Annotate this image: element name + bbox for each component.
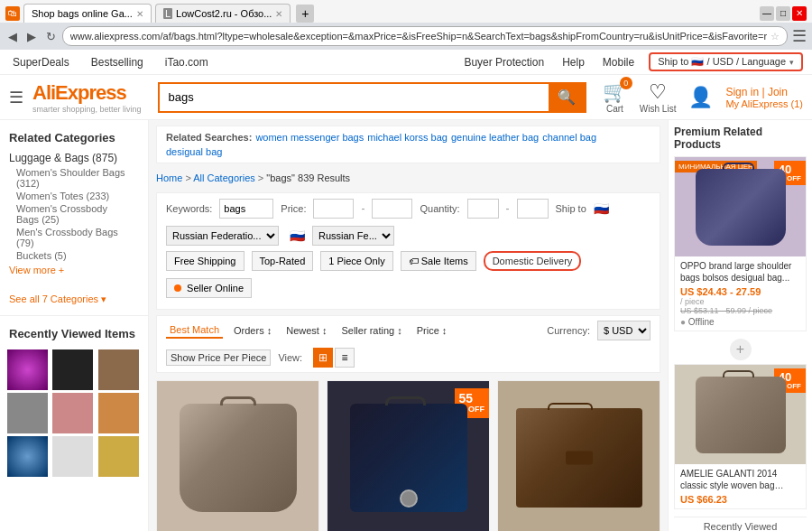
rv-item-5[interactable] <box>52 393 93 433</box>
price-max-input[interactable] <box>372 199 412 219</box>
minimize-button[interactable]: — <box>760 6 774 21</box>
seller-online-button[interactable]: Seller Online <box>166 278 252 298</box>
rv-item-9[interactable] <box>98 436 139 477</box>
premium-info-2: AMELIE GALANTI 2014 classic style woven … <box>675 464 806 508</box>
itao-menu[interactable]: iTao.com <box>161 56 212 69</box>
location-select[interactable]: Russian Fe... <box>312 226 394 246</box>
close-button[interactable]: ✕ <box>792 6 807 21</box>
browser-tab-2[interactable]: L LowCost2.ru - Обзо... ✕ <box>155 4 291 23</box>
rs-link-1[interactable]: women messenger bags <box>255 132 364 143</box>
refresh-button[interactable]: ↻ <box>43 26 59 46</box>
bag-shape-3 <box>516 408 642 508</box>
tab2-close[interactable]: ✕ <box>275 9 282 19</box>
cart-label: Cart <box>606 104 623 114</box>
address-text: www.aliexpress.com/af/bags.html?ltype=wh… <box>70 31 767 42</box>
browser-tab-1[interactable]: Shop bags online Ga... ✕ <box>23 4 152 23</box>
rv-item-3[interactable] <box>98 349 139 390</box>
seller-online-label: Seller Online <box>187 283 244 293</box>
super-deals-menu[interactable]: SuperDeals <box>9 56 73 69</box>
back-button[interactable]: ◀ <box>5 26 21 46</box>
domestic-delivery-button[interactable]: Domestic Delivery <box>484 251 582 271</box>
premium-status-1: ● Offline <box>680 317 800 327</box>
browser-menu-button[interactable]: ☰ <box>791 26 807 46</box>
bestselling-menu[interactable]: Bestselling <box>88 56 147 69</box>
ship-to-button[interactable]: Ship to 🇷🇺 / USD / Language ▾ <box>649 52 803 71</box>
window-controls: — □ ✕ <box>760 6 807 21</box>
top-rated-button[interactable]: Top-Rated <box>252 251 314 271</box>
breadcrumb-home[interactable]: Home <box>156 172 182 183</box>
grid-view-button[interactable]: ⊞ <box>313 348 333 368</box>
search-bar: 🔍 <box>158 82 586 113</box>
rv-item-2[interactable] <box>52 349 93 390</box>
search-button[interactable]: 🔍 <box>549 84 585 111</box>
sort-newest[interactable]: Newest ↕ <box>282 323 330 338</box>
cart-icon-area[interactable]: 🛒 0 Cart <box>603 80 627 114</box>
rs-link-5[interactable]: desigual bag <box>166 146 222 157</box>
sort-price[interactable]: Price ↕ <box>413 323 451 338</box>
sort-seller-rating[interactable]: Seller rating ↕ <box>337 323 405 338</box>
free-shipping-button[interactable]: Free Shipping <box>166 251 245 271</box>
sort-orders[interactable]: Orders ↕ <box>230 323 275 338</box>
rs-link-4[interactable]: channel bag <box>542 132 596 143</box>
premium-product-2[interactable]: 40 % OFF AMELIE GALANTI 2014 classic sty… <box>674 364 807 509</box>
hamburger-menu[interactable]: ☰ <box>9 88 23 107</box>
rv-item-4[interactable] <box>7 393 48 433</box>
currency-select[interactable]: $ USD <box>597 321 651 340</box>
show-price-per-piece-button[interactable]: Show Price Per Piece <box>166 349 271 366</box>
tab2-label: LowCost2.ru - Обзо... <box>176 8 272 19</box>
user-icon-area[interactable]: 👤 <box>688 86 713 109</box>
price-separator: - <box>361 202 364 215</box>
maximize-button[interactable]: □ <box>776 6 790 21</box>
rs-link-3[interactable]: genuine leather bag <box>451 132 539 143</box>
location-flag: 🇷🇺 <box>290 228 305 243</box>
logo-tagline: smarter shopping, better living <box>32 105 142 114</box>
quantity-min-input[interactable] <box>467 199 499 219</box>
mobile-menu[interactable]: Mobile <box>599 56 638 69</box>
view-more-button[interactable]: View more + <box>0 262 148 278</box>
rv-item-1[interactable] <box>7 349 48 390</box>
recently-viewed-tab[interactable]: Recently Viewed <box>674 517 807 531</box>
online-dot-icon <box>174 284 181 292</box>
ship-to-select[interactable]: Russian Federatio... <box>166 226 279 246</box>
my-aliexpress-link[interactable]: My AliExpress (1) <box>725 98 803 109</box>
quantity-max-input[interactable] <box>517 199 549 219</box>
rs-link-2[interactable]: michael korss bag <box>367 132 448 143</box>
sign-in-area[interactable]: Sign in | Join My AliExpress (1) <box>725 86 803 109</box>
tab1-close[interactable]: ✕ <box>136 9 143 19</box>
premium-product-1[interactable]: МИНИМАЛЬНАЯ ЦЕН 40 % OFF OPPO brand larg… <box>674 156 807 331</box>
sort-best-match[interactable]: Best Match <box>166 322 223 339</box>
product-card-2[interactable]: 55 % OFF Domestic Delivery Return Guaran… <box>327 380 490 531</box>
rv-item-6[interactable] <box>98 393 139 433</box>
premium-price-2: US $66.23 <box>680 494 800 505</box>
help-menu[interactable]: Help <box>558 56 588 69</box>
wishlist-icon-area[interactable]: ♡ Wish List <box>640 80 677 114</box>
sidebar-cat-luggage[interactable]: Luggage & Bags (875) <box>0 150 148 166</box>
rv-item-7[interactable] <box>7 436 48 477</box>
sidebar-cat-totes[interactable]: Women's Totes (233) <box>0 190 148 202</box>
forward-button[interactable]: ▶ <box>24 26 40 46</box>
sale-tag-icon: 🏷 <box>409 256 419 266</box>
breadcrumb-all-categories[interactable]: All Categories <box>193 172 254 183</box>
sidebar-cat-womens-crossbody[interactable]: Women's Crossbody Bags (25) <box>0 202 148 226</box>
new-tab-button[interactable]: + <box>296 5 314 23</box>
sidebar-cat-shoulder[interactable]: Women's Shoulder Bags (312) <box>0 166 148 190</box>
list-view-button[interactable]: ≡ <box>335 348 355 368</box>
add-more-button[interactable]: + <box>730 339 752 360</box>
one-piece-only-button[interactable]: 1 Piece Only <box>320 251 392 271</box>
address-bar[interactable]: www.aliexpress.com/af/bags.html?ltype=wh… <box>62 26 788 46</box>
cart-badge: 0 <box>620 77 632 89</box>
premium-price-orig-1: US $53.11 - 59.99 / piece <box>680 306 800 315</box>
buyer-protection-menu[interactable]: Buyer Protection <box>460 56 548 69</box>
logo[interactable]: AliExpress smarter shopping, better livi… <box>32 81 142 114</box>
rv-item-8[interactable] <box>52 436 93 477</box>
keywords-input[interactable] <box>219 199 273 219</box>
sidebar-cat-buckets[interactable]: Buckets (5) <box>0 249 148 262</box>
product-card-3[interactable]: Domestic Delivery Return Guarantee 2015 … <box>497 380 660 531</box>
sidebar-cat-mens-crossbody[interactable]: Men's Crossbody Bags (79) <box>0 226 148 249</box>
sale-items-button[interactable]: 🏷 Sale Items <box>401 251 476 271</box>
price-min-input[interactable] <box>313 199 354 219</box>
product-card-1[interactable]: Domestic Delivery Return Guarantee AMELI… <box>156 380 319 531</box>
see-all-button[interactable]: See all 7 Categories ▾ <box>0 291 148 308</box>
search-input[interactable] <box>160 84 549 111</box>
sign-in-link[interactable]: Sign in | Join <box>725 86 803 98</box>
